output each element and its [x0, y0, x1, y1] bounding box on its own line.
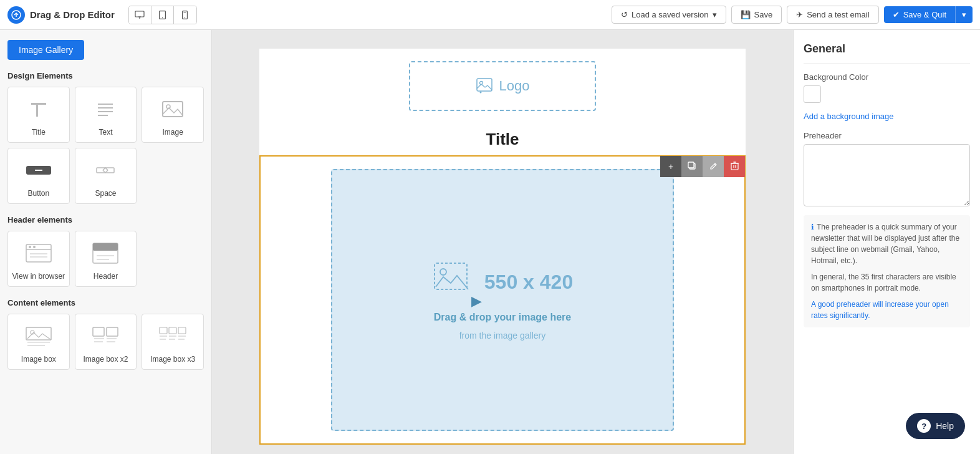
brand-icon — [7, 6, 25, 24]
design-elements-title: Design Elements — [7, 71, 204, 80]
logo-block: Logo — [259, 49, 746, 123]
tablet-btn[interactable] — [151, 6, 174, 24]
brand: Drag & Drop Editor — [7, 6, 115, 24]
element-label-image-box: Image box — [21, 355, 56, 364]
send-icon: ✈ — [796, 10, 803, 19]
svg-point-24 — [33, 246, 36, 248]
svg-rect-61 — [435, 263, 467, 289]
row-add-button[interactable]: + — [660, 156, 681, 177]
view-browser-icon — [25, 238, 52, 268]
trash-icon — [731, 162, 739, 172]
drop-image-icon: ▶ — [432, 259, 474, 304]
topbar-actions: ↺ Load a saved version ▾ 💾 Save ✈ Send a… — [612, 6, 973, 24]
row-copy-button[interactable] — [681, 156, 703, 177]
help-label: Help — [936, 421, 954, 431]
button-icon — [25, 155, 52, 185]
element-card-button[interactable]: Button — [7, 148, 70, 204]
header-elements-grid: View in browser Header — [7, 231, 204, 287]
svg-rect-42 — [169, 327, 176, 334]
info-para: In general, the 35 first characters are … — [811, 271, 963, 294]
preheader-label: Preheader — [804, 131, 970, 140]
topbar: Drag & Drop Editor ↺ — [0, 0, 980, 30]
content-elements-grid: Image box Image box x2 — [7, 314, 204, 370]
element-label-space: Space — [95, 189, 116, 198]
image-box-x2-icon — [92, 321, 119, 351]
sidebar: Image Gallery Design Elements Title — [0, 30, 212, 454]
save-button[interactable]: 💾 Save — [731, 6, 782, 24]
text-icon — [93, 94, 118, 124]
title-block[interactable]: Title — [259, 123, 746, 155]
svg-rect-28 — [93, 243, 118, 251]
svg-rect-56 — [731, 163, 738, 170]
image-drop-zone[interactable]: ▶ 550 x 420 Drag & drop your image here … — [331, 169, 674, 431]
svg-rect-41 — [160, 327, 167, 334]
logo-label: Logo — [499, 78, 530, 94]
save-icon: 💾 — [741, 10, 751, 19]
load-version-icon: ↺ — [621, 10, 628, 19]
info-text: The preheader is a quick summary of your… — [811, 223, 959, 265]
canvas-area: Logo Title + — [212, 30, 793, 454]
add-icon: + — [668, 162, 673, 171]
svg-rect-43 — [178, 327, 186, 334]
svg-point-62 — [440, 269, 446, 275]
mobile-btn[interactable] — [174, 6, 196, 24]
drop-size-label: 550 x 420 — [484, 271, 573, 294]
title-icon — [26, 94, 51, 124]
help-circle-icon: ? — [917, 419, 931, 433]
email-canvas: Logo Title + — [259, 49, 746, 435]
copy-icon — [688, 162, 696, 172]
element-label-image-box-x2: Image box x2 — [83, 355, 128, 364]
element-card-view-in-browser[interactable]: View in browser — [7, 231, 70, 287]
preheader-info-box: ℹThe preheader is a quick summary of you… — [804, 215, 970, 327]
element-card-image-box-x3[interactable]: Image box x3 — [142, 314, 204, 370]
svg-rect-31 — [26, 327, 51, 340]
element-card-text[interactable]: Text — [75, 87, 137, 143]
svg-rect-1 — [135, 11, 144, 17]
save-quit-arrow-icon: ▾ — [962, 10, 966, 19]
save-quit-button[interactable]: ✔ Save & Quit ▾ — [884, 6, 973, 23]
image-box-x3-icon — [159, 321, 186, 351]
selected-row[interactable]: + — [259, 155, 746, 445]
element-label-header: Header — [94, 272, 118, 281]
element-card-image[interactable]: Image — [142, 87, 204, 143]
background-color-swatch[interactable] — [804, 85, 821, 103]
dropdown-arrow-icon: ▾ — [713, 10, 717, 19]
load-version-button[interactable]: ↺ Load a saved version ▾ — [612, 6, 726, 24]
add-background-image-link[interactable]: Add a background image — [804, 112, 970, 121]
help-button[interactable]: ? Help — [906, 413, 965, 439]
header-icon — [92, 238, 119, 268]
preheader-textarea[interactable] — [804, 144, 970, 206]
cursor-icon: ▶ — [471, 293, 482, 309]
svg-rect-10 — [31, 103, 46, 105]
checkmark-icon: ✔ — [893, 10, 900, 19]
send-test-email-button[interactable]: ✈ Send a test email — [787, 6, 878, 24]
element-label-text: Text — [98, 128, 112, 137]
desktop-btn[interactable] — [129, 6, 151, 24]
panel-title: General — [804, 42, 970, 64]
brand-title: Drag & Drop Editor — [30, 9, 115, 20]
image-gallery-button[interactable]: Image Gallery — [7, 40, 84, 60]
svg-rect-36 — [107, 327, 118, 336]
good-preheader-link[interactable]: A good preheader will increase your open… — [811, 299, 963, 321]
svg-rect-50 — [477, 79, 492, 91]
element-card-space[interactable]: Space — [75, 148, 137, 204]
svg-point-5 — [162, 17, 163, 17]
svg-rect-15 — [163, 102, 183, 117]
svg-rect-19 — [97, 168, 114, 173]
element-label-image: Image — [162, 128, 183, 137]
pencil-icon — [709, 162, 718, 171]
row-edit-button[interactable] — [703, 156, 724, 177]
image-box-icon — [25, 321, 52, 351]
logo-placeholder[interactable]: Logo — [409, 61, 596, 111]
svg-rect-54 — [688, 162, 694, 168]
element-card-header[interactable]: Header — [75, 231, 137, 287]
svg-point-23 — [29, 246, 31, 248]
bg-color-label: Background Color — [804, 72, 970, 82]
element-card-title[interactable]: Title — [7, 87, 70, 143]
element-label-button: Button — [27, 189, 49, 198]
element-card-image-box[interactable]: Image box — [7, 314, 70, 370]
header-elements-title: Header elements — [7, 215, 204, 225]
row-delete-button[interactable] — [724, 156, 745, 177]
content-elements-title: Content elements — [7, 298, 204, 307]
element-card-image-box-x2[interactable]: Image box x2 — [75, 314, 137, 370]
